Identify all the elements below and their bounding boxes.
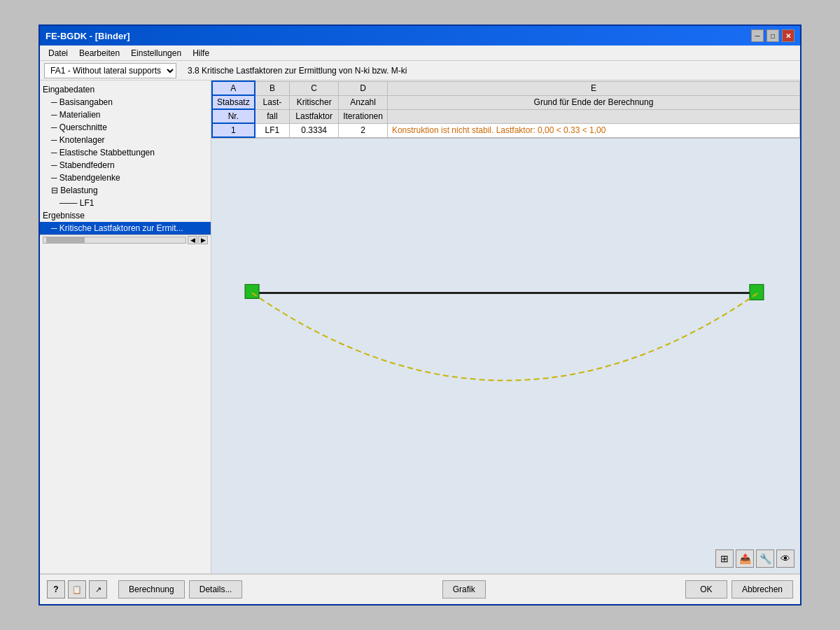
col-header-d1: Anzahl — [339, 95, 388, 109]
sidebar-label-kritische-lastfaktoren: ─ Kritische Lastfaktoren zur Ermit... — [51, 223, 211, 234]
sidebar-item-basisangaben[interactable]: ─ Basisangaben — [40, 96, 211, 108]
sidebar-label-stabendgelenke: ─ Stabendgelenke — [51, 172, 211, 183]
berechnung-button[interactable]: Berechnung — [118, 580, 185, 598]
section-title: 3.8 Kritische Lastfaktoren zur Ermittlun… — [182, 66, 407, 76]
cell-a1: 1 — [212, 123, 255, 137]
col-header-e1: Grund für Ende der Berechnung — [387, 95, 799, 109]
fa-dropdown[interactable]: FA1 - Without lateral supports — [44, 63, 176, 78]
col-header-b2: fall — [255, 109, 290, 123]
sidebar-label-eingabedaten: Eingabedaten — [43, 84, 211, 95]
menu-bar: Datei Bearbeiten Einstellungen Hilfe — [40, 46, 800, 61]
sidebar-item-stabendgelenke[interactable]: ─ Stabendgelenke — [40, 172, 211, 184]
main-content: Eingabedaten ─ Basisangaben ─ Materialie… — [40, 80, 800, 573]
scroll-right-btn[interactable]: ▶ — [198, 236, 208, 244]
sidebar-item-kritische-lastfaktoren[interactable]: ─ Kritische Lastfaktoren zur Ermit... — [40, 222, 211, 234]
col-header-d2: Iterationen — [339, 109, 388, 123]
col-header-c1: Kritischer — [290, 95, 339, 109]
toolbar-row: FA1 - Without lateral supports 3.8 Kriti… — [40, 61, 800, 80]
export-icon-btn[interactable]: ↗ — [89, 580, 107, 598]
cell-d1: 2 — [339, 123, 388, 137]
abbrechen-button[interactable]: Abbrechen — [732, 580, 793, 598]
cell-c1: 0.3334 — [290, 123, 339, 137]
graphics-area: ⊞ 📤 🔧 👁 — [211, 139, 800, 573]
window-title: FE-BGDK - [Binder] — [46, 31, 130, 41]
col-header-a2: Nr. — [212, 109, 255, 123]
bottom-left-icons: ? 📋 ↗ — [47, 580, 107, 598]
col-header-c2: Lastfaktor — [290, 109, 339, 123]
svg-rect-2 — [750, 284, 764, 300]
title-bar: FE-BGDK - [Binder] ─ □ ✕ — [40, 26, 800, 46]
right-panel: A B C D E Stabsatz Last- Kritischer Anza… — [211, 80, 800, 573]
scroll-left-btn[interactable]: ◀ — [188, 236, 197, 244]
menu-einstellungen[interactable]: Einstellungen — [125, 47, 187, 59]
sidebar-label-elastische-stabbettungen: ─ Elastische Stabbettungen — [51, 147, 211, 158]
cell-b1: LF1 — [255, 123, 290, 137]
table-area: A B C D E Stabsatz Last- Kritischer Anza… — [211, 80, 800, 139]
minimize-button[interactable]: ─ — [751, 29, 764, 42]
sidebar-tree: Eingabedaten ─ Basisangaben ─ Materialie… — [40, 83, 211, 234]
ok-button[interactable]: OK — [685, 580, 727, 598]
col-letter-e: E — [387, 81, 799, 95]
sidebar-label-knotenlager: ─ Knotenlager — [51, 134, 211, 146]
sidebar-item-materialien[interactable]: ─ Materialien — [40, 108, 211, 121]
col-letter-c: C — [290, 81, 339, 95]
sidebar-label-stabendfedern: ─ Stabendfedern — [51, 160, 211, 171]
copy-icon-btn[interactable]: 📋 — [68, 580, 86, 598]
help-icon-btn[interactable]: ? — [47, 580, 65, 598]
sidebar-label-materialien: ─ Materialien — [51, 109, 211, 120]
col-letter-d: D — [339, 81, 388, 95]
sidebar-item-belastung[interactable]: ⊟ Belastung — [40, 184, 211, 197]
sidebar: Eingabedaten ─ Basisangaben ─ Materialie… — [40, 80, 211, 573]
table-row: 1 LF1 0.3334 2 Konstruktion ist nicht st… — [212, 123, 800, 137]
cell-e1: Konstruktion ist nicht stabil. Lastfakto… — [387, 123, 799, 137]
close-button[interactable]: ✕ — [782, 29, 794, 42]
bottom-bar: ? 📋 ↗ Berechnung Details... Grafik OK Ab… — [40, 573, 800, 604]
sidebar-label-lf1: ─── LF1 — [59, 197, 211, 209]
menu-hilfe[interactable]: Hilfe — [187, 47, 215, 59]
icon-view-btn[interactable]: 👁 — [776, 550, 794, 568]
sidebar-label-basisangaben: ─ Basisangaben — [51, 97, 211, 108]
sidebar-item-eingabedaten[interactable]: Eingabedaten — [40, 83, 211, 96]
graphics-toolbar: ⊞ 📤 🔧 👁 — [715, 550, 794, 568]
icon-export-btn[interactable]: 📤 — [736, 550, 754, 568]
icon-table-btn[interactable]: ⊞ — [715, 550, 734, 568]
menu-datei[interactable]: Datei — [43, 47, 74, 59]
col-letter-b: B — [255, 81, 290, 95]
sidebar-label-belastung: ⊟ Belastung — [51, 185, 211, 196]
main-window: FE-BGDK - [Binder] ─ □ ✕ Datei Bearbeite… — [38, 24, 802, 606]
sidebar-label-ergebnisse: Ergebnisse — [43, 210, 211, 221]
sidebar-item-knotenlager[interactable]: ─ Knotenlager — [40, 134, 211, 146]
sidebar-item-ergebnisse[interactable]: Ergebnisse — [40, 209, 211, 222]
svg-rect-1 — [245, 284, 259, 298]
details-button[interactable]: Details... — [189, 580, 243, 598]
menu-bearbeiten[interactable]: Bearbeiten — [74, 47, 125, 59]
sidebar-item-querschnitte[interactable]: ─ Querschnitte — [40, 121, 211, 134]
beam-visualization — [211, 139, 800, 573]
sidebar-label-querschnitte: ─ Querschnitte — [51, 122, 211, 133]
maximize-button[interactable]: □ — [766, 29, 779, 42]
results-table: A B C D E Stabsatz Last- Kritischer Anza… — [211, 80, 800, 138]
sidebar-item-lf1[interactable]: ─── LF1 — [40, 197, 211, 209]
col-letter-a: A — [212, 81, 255, 95]
col-header-e2 — [387, 109, 799, 123]
col-header-b1: Last- — [255, 95, 290, 109]
col-header-a1: Stabsatz — [212, 95, 255, 109]
icon-settings-btn[interactable]: 🔧 — [756, 550, 774, 568]
title-bar-buttons: ─ □ ✕ — [751, 29, 794, 42]
grafik-button[interactable]: Grafik — [442, 580, 486, 598]
sidebar-item-elastische-stabbettungen[interactable]: ─ Elastische Stabbettungen — [40, 146, 211, 159]
sidebar-item-stabendfedern[interactable]: ─ Stabendfedern — [40, 159, 211, 172]
